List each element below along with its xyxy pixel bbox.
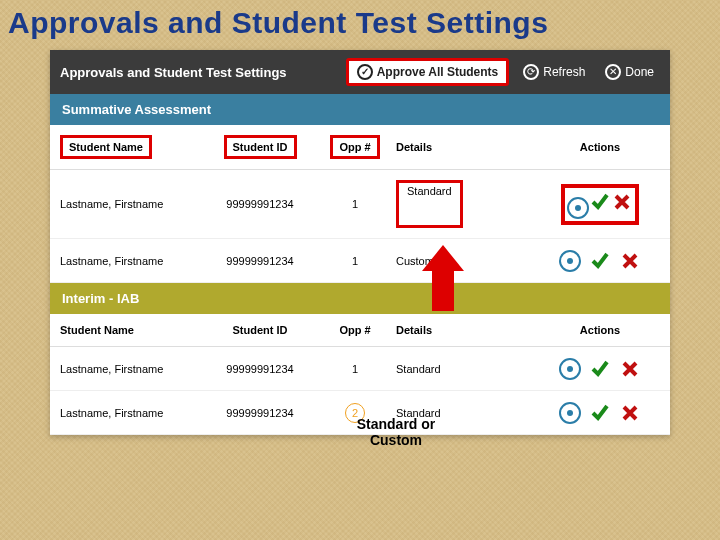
view-details-button[interactable] bbox=[559, 402, 581, 424]
approve-icon bbox=[589, 401, 611, 423]
table-row: Lastname, Firstname999999912341Standard bbox=[50, 170, 670, 239]
toolbar: Approvals and Student Test Settings ✓ Ap… bbox=[50, 50, 670, 94]
view-details-button[interactable] bbox=[559, 358, 581, 380]
approve-button[interactable] bbox=[589, 249, 611, 272]
eye-icon bbox=[559, 250, 581, 272]
cell-id: 99999991234 bbox=[200, 255, 320, 267]
cell-details: Standard bbox=[390, 180, 520, 228]
deny-button[interactable] bbox=[619, 358, 641, 380]
approve-all-label: Approve All Students bbox=[377, 65, 499, 79]
cell-opp: 1 bbox=[320, 198, 390, 210]
cell-name: Lastname, Firstname bbox=[60, 255, 200, 267]
cell-name: Lastname, Firstname bbox=[60, 407, 200, 419]
done-button[interactable]: ✕ Done bbox=[599, 62, 660, 82]
cell-name: Lastname, Firstname bbox=[60, 363, 200, 375]
approvals-panel: Approvals and Student Test Settings ✓ Ap… bbox=[50, 50, 670, 435]
cell-actions bbox=[520, 184, 680, 225]
eye-icon bbox=[567, 197, 589, 219]
col-id: Student ID bbox=[200, 324, 320, 336]
cell-id: 99999991234 bbox=[200, 198, 320, 210]
section-header-summative: Summative Assessment bbox=[50, 94, 670, 125]
col-name: Student Name bbox=[60, 324, 200, 336]
col-actions: Actions bbox=[520, 141, 680, 153]
column-headers: Student NameStudent IDOpp #DetailsAction… bbox=[50, 125, 670, 170]
deny-icon bbox=[619, 358, 641, 380]
deny-button[interactable] bbox=[619, 250, 641, 272]
approve-icon bbox=[589, 249, 611, 271]
table-row: Lastname, Firstname999999912341Standard bbox=[50, 347, 670, 391]
table-row: Lastname, Firstname999999912341Custom bbox=[50, 239, 670, 283]
cell-details: Standard bbox=[390, 363, 520, 375]
view-details-button[interactable] bbox=[567, 201, 589, 213]
col-opp: Opp # bbox=[320, 135, 390, 159]
refresh-button[interactable]: ⟳ Refresh bbox=[517, 62, 591, 82]
col-actions: Actions bbox=[520, 324, 680, 336]
col-id: Student ID bbox=[200, 135, 320, 159]
done-label: Done bbox=[625, 65, 654, 79]
panel-title: Approvals and Student Test Settings bbox=[60, 65, 338, 80]
close-icon: ✕ bbox=[605, 64, 621, 80]
approve-button[interactable] bbox=[589, 201, 611, 213]
col-details: Details bbox=[390, 324, 520, 336]
cell-actions bbox=[520, 401, 680, 424]
annotation-arrow bbox=[422, 245, 464, 307]
actions-highlight bbox=[561, 184, 639, 225]
eye-icon bbox=[559, 402, 581, 424]
col-opp: Opp # bbox=[320, 324, 390, 336]
approve-icon bbox=[589, 190, 611, 212]
deny-icon bbox=[619, 402, 641, 424]
cell-opp: 1 bbox=[320, 363, 390, 375]
eye-icon bbox=[559, 358, 581, 380]
deny-button[interactable] bbox=[619, 402, 641, 424]
deny-icon bbox=[611, 191, 633, 213]
deny-button[interactable] bbox=[611, 201, 633, 213]
col-details: Details bbox=[390, 141, 520, 153]
approve-icon bbox=[589, 357, 611, 379]
approve-all-button[interactable]: ✓ Approve All Students bbox=[346, 58, 510, 86]
details-highlight: Standard bbox=[396, 180, 463, 228]
col-name: Student Name bbox=[60, 135, 200, 159]
cell-name: Lastname, Firstname bbox=[60, 198, 200, 210]
view-details-button[interactable] bbox=[559, 250, 581, 272]
cell-id: 99999991234 bbox=[200, 363, 320, 375]
cell-id: 99999991234 bbox=[200, 407, 320, 419]
deny-icon bbox=[619, 250, 641, 272]
cell-opp: 1 bbox=[320, 255, 390, 267]
check-icon: ✓ bbox=[357, 64, 373, 80]
refresh-icon: ⟳ bbox=[523, 64, 539, 80]
refresh-label: Refresh bbox=[543, 65, 585, 79]
approve-button[interactable] bbox=[589, 401, 611, 424]
slide-title: Approvals and Student Test Settings bbox=[0, 0, 720, 50]
approve-button[interactable] bbox=[589, 357, 611, 380]
cell-actions bbox=[520, 357, 680, 380]
section-header-interim: Interim - IAB bbox=[50, 283, 670, 314]
cell-actions bbox=[520, 249, 680, 272]
callout-text: Standard or Custom bbox=[348, 416, 444, 448]
column-headers: Student NameStudent IDOpp #DetailsAction… bbox=[50, 314, 670, 347]
